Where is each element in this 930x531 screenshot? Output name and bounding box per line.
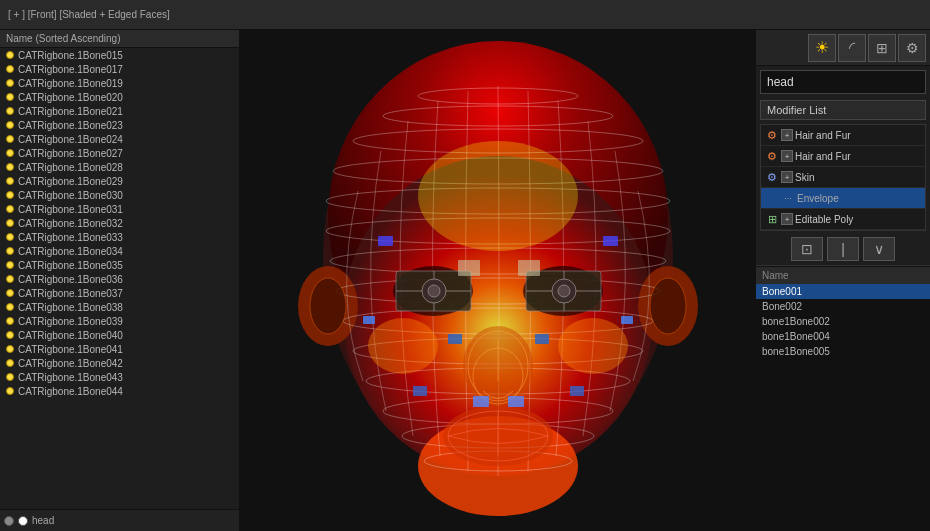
bone-icon: [4, 217, 16, 229]
svg-rect-50: [363, 316, 375, 324]
scene-item[interactable]: CATRigbone.1Bone038: [0, 300, 239, 314]
scene-item[interactable]: CATRigbone.1Bone032: [0, 216, 239, 230]
bone-list-item[interactable]: bone1Bone005: [756, 344, 930, 359]
grid-icon-btn[interactable]: ⊞: [868, 34, 896, 62]
scene-item[interactable]: CATRigbone.1Bone034: [0, 244, 239, 258]
bone-icon: [4, 357, 16, 369]
scene-item[interactable]: CATRigbone.1Bone039: [0, 314, 239, 328]
scene-item[interactable]: CATRigbone.1Bone024: [0, 132, 239, 146]
scene-item-label: CATRigbone.1Bone040: [18, 330, 123, 341]
scene-item-label: CATRigbone.1Bone043: [18, 372, 123, 383]
scene-item-label: CATRigbone.1Bone044: [18, 386, 123, 397]
bulb-shape: [6, 359, 14, 367]
scene-item[interactable]: CATRigbone.1Bone041: [0, 342, 239, 356]
bottom-object-name: head: [32, 515, 54, 526]
bulb-shape: [6, 163, 14, 171]
object-name-input[interactable]: [760, 70, 926, 94]
bone-icon: [4, 315, 16, 327]
svg-rect-54: [473, 396, 489, 407]
bone-list-item[interactable]: Bone001: [756, 284, 930, 299]
svg-rect-55: [508, 396, 524, 407]
scene-item-label: CATRigbone.1Bone027: [18, 148, 123, 159]
scene-item-label: CATRigbone.1Bone037: [18, 288, 123, 299]
scene-item[interactable]: CATRigbone.1Bone023: [0, 118, 239, 132]
scene-item-label: CATRigbone.1Bone031: [18, 204, 123, 215]
scene-item-label: CATRigbone.1Bone041: [18, 344, 123, 355]
scene-item-label: CATRigbone.1Bone019: [18, 78, 123, 89]
left-panel-bottom: head: [0, 509, 239, 531]
bone-icon: [4, 91, 16, 103]
status-circle-active: [18, 516, 28, 526]
scene-item[interactable]: CATRigbone.1Bone040: [0, 328, 239, 342]
bone-list-item[interactable]: Bone002: [756, 299, 930, 314]
svg-rect-51: [621, 316, 633, 324]
sun-icon-btn[interactable]: ☀: [808, 34, 836, 62]
mod-expand-btn[interactable]: +: [781, 213, 793, 225]
down-button[interactable]: ∨: [863, 237, 895, 261]
scene-item[interactable]: CATRigbone.1Bone042: [0, 356, 239, 370]
svg-rect-52: [448, 334, 462, 344]
bone-list-item[interactable]: bone1Bone004: [756, 329, 930, 344]
svg-point-45: [558, 318, 628, 374]
mod-expand-btn[interactable]: +: [781, 171, 793, 183]
scene-item-label: CATRigbone.1Bone030: [18, 190, 123, 201]
modifier-list-dropdown[interactable]: Modifier List: [760, 100, 926, 120]
scene-item[interactable]: CATRigbone.1Bone019: [0, 76, 239, 90]
hair-icon: ⚙: [767, 129, 777, 142]
scene-item-label: CATRigbone.1Bone023: [18, 120, 123, 131]
bone-icon: [4, 343, 16, 355]
modifier-item[interactable]: ··· Envelope: [761, 188, 925, 209]
bulb-shape: [6, 387, 14, 395]
grid-icon: ⊞: [876, 40, 888, 56]
scene-item[interactable]: CATRigbone.1Bone035: [0, 258, 239, 272]
viewport-label-text: [ + ] [Front] [Shaded + Edged Faces]: [4, 9, 174, 20]
scene-item[interactable]: CATRigbone.1Bone044: [0, 384, 239, 398]
scene-item[interactable]: CATRigbone.1Bone020: [0, 90, 239, 104]
skin-icon: ⚙: [767, 171, 777, 184]
scene-item[interactable]: CATRigbone.1Bone036: [0, 272, 239, 286]
sun-icon: ☀: [815, 38, 829, 57]
mod-expand-btn[interactable]: +: [781, 150, 793, 162]
pin-icon: ⊡: [801, 241, 813, 257]
gear-icon-btn[interactable]: ⚙: [898, 34, 926, 62]
scene-item[interactable]: CATRigbone.1Bone029: [0, 174, 239, 188]
bulb-shape: [6, 51, 14, 59]
scene-item[interactable]: CATRigbone.1Bone027: [0, 146, 239, 160]
bulb-shape: [6, 205, 14, 213]
bone-icon: [4, 203, 16, 215]
bulb-shape: [6, 373, 14, 381]
bulb-shape: [6, 289, 14, 297]
svg-rect-49: [603, 236, 618, 246]
bone-list-item[interactable]: bone1Bone002: [756, 314, 930, 329]
scene-item[interactable]: CATRigbone.1Bone015: [0, 48, 239, 62]
modifier-item[interactable]: ⚙ + Hair and Fur: [761, 146, 925, 167]
scene-item-label: CATRigbone.1Bone042: [18, 358, 123, 369]
curve-icon-btn[interactable]: ◜: [838, 34, 866, 62]
scene-item[interactable]: CATRigbone.1Bone028: [0, 160, 239, 174]
separator-button[interactable]: |: [827, 237, 859, 261]
scene-item[interactable]: CATRigbone.1Bone037: [0, 286, 239, 300]
bone-list[interactable]: Bone001Bone002bone1Bone002bone1Bone004bo…: [756, 284, 930, 531]
scene-item[interactable]: CATRigbone.1Bone033: [0, 230, 239, 244]
scene-list[interactable]: CATRigbone.1Bone015 CATRigbone.1Bone017 …: [0, 48, 239, 509]
mod-expand-btn[interactable]: +: [781, 129, 793, 141]
bone-icon: [4, 119, 16, 131]
head-mesh-svg: [248, 36, 748, 526]
top-toolbar: [ + ] [Front] [Shaded + Edged Faces]: [0, 0, 930, 30]
svg-rect-57: [570, 386, 584, 396]
bulb-shape: [6, 149, 14, 157]
bulb-shape: [6, 135, 14, 143]
modifier-item[interactable]: ⊞ + Editable Poly: [761, 209, 925, 230]
pin-button[interactable]: ⊡: [791, 237, 823, 261]
scene-item[interactable]: CATRigbone.1Bone017: [0, 62, 239, 76]
scene-item[interactable]: CATRigbone.1Bone043: [0, 370, 239, 384]
scene-item[interactable]: CATRigbone.1Bone021: [0, 104, 239, 118]
scene-item-label: CATRigbone.1Bone024: [18, 134, 123, 145]
modifier-item[interactable]: ⚙ + Hair and Fur: [761, 125, 925, 146]
modifier-item[interactable]: ⚙ + Skin: [761, 167, 925, 188]
scene-item[interactable]: CATRigbone.1Bone030: [0, 188, 239, 202]
scene-item[interactable]: CATRigbone.1Bone031: [0, 202, 239, 216]
bone-icon: [4, 231, 16, 243]
bulb-shape: [6, 79, 14, 87]
svg-rect-59: [518, 260, 540, 276]
